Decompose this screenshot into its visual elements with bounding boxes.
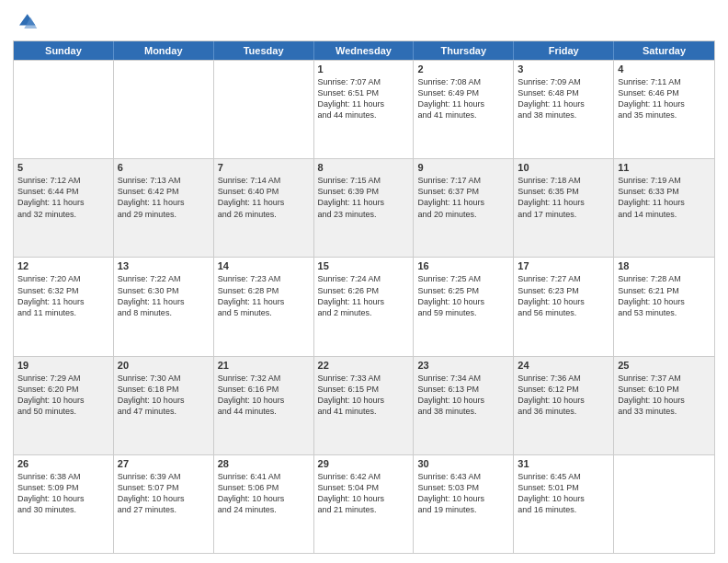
calendar-header: SundayMondayTuesdayWednesdayThursdayFrid… <box>14 41 714 60</box>
day-number: 7 <box>218 162 310 173</box>
day-cell-25: 25Sunrise: 7:37 AM Sunset: 6:10 PM Dayli… <box>614 357 714 454</box>
day-cell-28: 28Sunrise: 6:41 AM Sunset: 5:06 PM Dayli… <box>214 455 314 553</box>
day-info: Sunrise: 6:39 AM Sunset: 5:07 PM Dayligh… <box>118 471 210 516</box>
day-number: 6 <box>118 162 210 173</box>
empty-cell-0-0 <box>14 61 114 158</box>
calendar: SundayMondayTuesdayWednesdayThursdayFrid… <box>13 40 715 554</box>
day-info: Sunrise: 7:36 AM Sunset: 6:12 PM Dayligh… <box>518 373 609 418</box>
day-info: Sunrise: 7:27 AM Sunset: 6:23 PM Dayligh… <box>518 273 609 318</box>
day-number: 1 <box>318 63 410 75</box>
day-cell-31: 31Sunrise: 6:45 AM Sunset: 5:01 PM Dayli… <box>514 455 614 553</box>
day-number: 21 <box>218 360 310 371</box>
day-info: Sunrise: 7:33 AM Sunset: 6:15 PM Dayligh… <box>318 373 410 418</box>
day-number: 10 <box>518 162 609 173</box>
day-cell-15: 15Sunrise: 7:24 AM Sunset: 6:26 PM Dayli… <box>314 258 415 355</box>
day-number: 27 <box>118 458 210 469</box>
day-info: Sunrise: 6:43 AM Sunset: 5:03 PM Dayligh… <box>417 471 509 516</box>
day-cell-13: 13Sunrise: 7:22 AM Sunset: 6:30 PM Dayli… <box>114 258 214 355</box>
day-number: 18 <box>618 260 711 271</box>
day-number: 12 <box>17 260 109 271</box>
day-cell-7: 7Sunrise: 7:14 AM Sunset: 6:40 PM Daylig… <box>214 159 314 257</box>
day-number: 26 <box>17 458 109 469</box>
day-cell-22: 22Sunrise: 7:33 AM Sunset: 6:15 PM Dayli… <box>314 357 415 454</box>
day-cell-19: 19Sunrise: 7:29 AM Sunset: 6:20 PM Dayli… <box>14 357 114 454</box>
header-day-monday: Monday <box>114 41 214 60</box>
calendar-body: 1Sunrise: 7:07 AM Sunset: 6:51 PM Daylig… <box>14 60 714 553</box>
day-cell-14: 14Sunrise: 7:23 AM Sunset: 6:28 PM Dayli… <box>214 258 314 355</box>
day-info: Sunrise: 7:07 AM Sunset: 6:51 PM Dayligh… <box>318 76 410 121</box>
day-number: 8 <box>318 162 410 173</box>
day-info: Sunrise: 7:12 AM Sunset: 6:44 PM Dayligh… <box>17 175 109 220</box>
day-info: Sunrise: 7:14 AM Sunset: 6:40 PM Dayligh… <box>218 175 310 220</box>
day-info: Sunrise: 6:45 AM Sunset: 5:01 PM Dayligh… <box>518 471 609 516</box>
day-number: 31 <box>518 458 609 469</box>
header-day-wednesday: Wednesday <box>314 41 415 60</box>
day-number: 16 <box>417 260 509 271</box>
day-number: 3 <box>518 63 609 75</box>
page: SundayMondayTuesdayWednesdayThursdayFrid… <box>0 0 728 563</box>
day-number: 11 <box>618 162 711 173</box>
day-cell-20: 20Sunrise: 7:30 AM Sunset: 6:18 PM Dayli… <box>114 357 214 454</box>
day-info: Sunrise: 7:30 AM Sunset: 6:18 PM Dayligh… <box>118 373 210 418</box>
day-cell-29: 29Sunrise: 6:42 AM Sunset: 5:04 PM Dayli… <box>314 455 415 553</box>
day-cell-8: 8Sunrise: 7:15 AM Sunset: 6:39 PM Daylig… <box>314 159 415 257</box>
day-number: 13 <box>118 260 210 271</box>
day-number: 25 <box>618 360 711 371</box>
day-info: Sunrise: 6:38 AM Sunset: 5:09 PM Dayligh… <box>17 471 109 516</box>
day-info: Sunrise: 7:29 AM Sunset: 6:20 PM Dayligh… <box>17 373 109 418</box>
day-info: Sunrise: 7:25 AM Sunset: 6:25 PM Dayligh… <box>417 273 509 318</box>
day-info: Sunrise: 7:11 AM Sunset: 6:46 PM Dayligh… <box>618 76 711 121</box>
day-cell-17: 17Sunrise: 7:27 AM Sunset: 6:23 PM Dayli… <box>514 258 614 355</box>
logo-icon <box>13 9 39 35</box>
day-cell-26: 26Sunrise: 6:38 AM Sunset: 5:09 PM Dayli… <box>14 455 114 553</box>
day-cell-6: 6Sunrise: 7:13 AM Sunset: 6:42 PM Daylig… <box>114 159 214 257</box>
day-cell-5: 5Sunrise: 7:12 AM Sunset: 6:44 PM Daylig… <box>14 159 114 257</box>
empty-cell-0-1 <box>114 61 214 158</box>
day-number: 23 <box>417 360 509 371</box>
day-cell-11: 11Sunrise: 7:19 AM Sunset: 6:33 PM Dayli… <box>614 159 714 257</box>
calendar-row-3: 19Sunrise: 7:29 AM Sunset: 6:20 PM Dayli… <box>14 356 714 454</box>
day-info: Sunrise: 7:20 AM Sunset: 6:32 PM Dayligh… <box>17 273 109 318</box>
day-number: 5 <box>17 162 109 173</box>
day-info: Sunrise: 7:18 AM Sunset: 6:35 PM Dayligh… <box>518 175 609 220</box>
day-info: Sunrise: 6:41 AM Sunset: 5:06 PM Dayligh… <box>218 471 310 516</box>
day-number: 9 <box>417 162 509 173</box>
day-number: 24 <box>518 360 609 371</box>
day-number: 14 <box>218 260 310 271</box>
calendar-row-4: 26Sunrise: 6:38 AM Sunset: 5:09 PM Dayli… <box>14 454 714 553</box>
day-cell-23: 23Sunrise: 7:34 AM Sunset: 6:13 PM Dayli… <box>414 357 514 454</box>
day-info: Sunrise: 7:32 AM Sunset: 6:16 PM Dayligh… <box>218 373 310 418</box>
header <box>13 9 715 35</box>
day-number: 17 <box>518 260 609 271</box>
day-cell-27: 27Sunrise: 6:39 AM Sunset: 5:07 PM Dayli… <box>114 455 214 553</box>
day-number: 2 <box>417 63 509 75</box>
day-number: 22 <box>318 360 410 371</box>
header-day-friday: Friday <box>514 41 614 60</box>
day-cell-2: 2Sunrise: 7:08 AM Sunset: 6:49 PM Daylig… <box>414 61 514 158</box>
day-number: 30 <box>417 458 509 469</box>
day-cell-18: 18Sunrise: 7:28 AM Sunset: 6:21 PM Dayli… <box>614 258 714 355</box>
calendar-row-0: 1Sunrise: 7:07 AM Sunset: 6:51 PM Daylig… <box>14 60 714 158</box>
day-info: Sunrise: 7:17 AM Sunset: 6:37 PM Dayligh… <box>417 175 509 220</box>
day-info: Sunrise: 7:08 AM Sunset: 6:49 PM Dayligh… <box>417 76 509 121</box>
day-number: 20 <box>118 360 210 371</box>
day-info: Sunrise: 7:24 AM Sunset: 6:26 PM Dayligh… <box>318 273 410 318</box>
day-info: Sunrise: 7:19 AM Sunset: 6:33 PM Dayligh… <box>618 175 711 220</box>
calendar-row-2: 12Sunrise: 7:20 AM Sunset: 6:32 PM Dayli… <box>14 257 714 355</box>
day-info: Sunrise: 7:28 AM Sunset: 6:21 PM Dayligh… <box>618 273 711 318</box>
day-info: Sunrise: 7:15 AM Sunset: 6:39 PM Dayligh… <box>318 175 410 220</box>
day-info: Sunrise: 7:37 AM Sunset: 6:10 PM Dayligh… <box>618 373 711 418</box>
day-cell-4: 4Sunrise: 7:11 AM Sunset: 6:46 PM Daylig… <box>614 61 714 158</box>
day-info: Sunrise: 7:23 AM Sunset: 6:28 PM Dayligh… <box>218 273 310 318</box>
day-number: 29 <box>318 458 410 469</box>
header-day-saturday: Saturday <box>614 41 714 60</box>
day-cell-24: 24Sunrise: 7:36 AM Sunset: 6:12 PM Dayli… <box>514 357 614 454</box>
header-day-sunday: Sunday <box>14 41 114 60</box>
day-info: Sunrise: 7:22 AM Sunset: 6:30 PM Dayligh… <box>118 273 210 318</box>
day-number: 15 <box>318 260 410 271</box>
header-day-thursday: Thursday <box>414 41 514 60</box>
day-cell-3: 3Sunrise: 7:09 AM Sunset: 6:48 PM Daylig… <box>514 61 614 158</box>
empty-cell-4-6 <box>614 455 714 553</box>
day-info: Sunrise: 6:42 AM Sunset: 5:04 PM Dayligh… <box>318 471 410 516</box>
day-cell-30: 30Sunrise: 6:43 AM Sunset: 5:03 PM Dayli… <box>414 455 514 553</box>
